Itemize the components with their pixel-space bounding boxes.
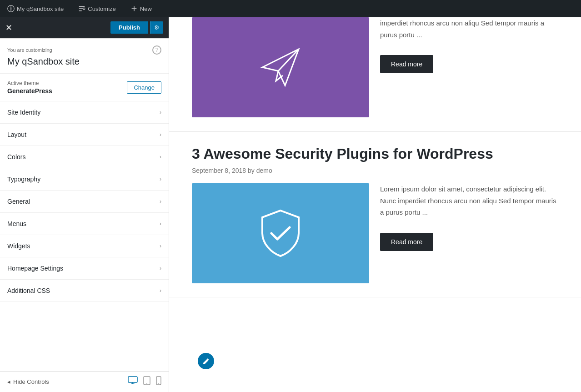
paper-plane-icon (253, 40, 308, 95)
post-excerpt-container-1: Lorem ipsum dolor sit amet, consectetur … (380, 183, 558, 251)
customize-icon (78, 5, 85, 12)
nav-items-list: Site Identity › Layout › Colors › Typogr… (0, 101, 169, 371)
partial-post-text: imperdiet rhoncus arcu non aliqu Sed tem… (380, 17, 558, 73)
nav-item-homepage-settings-label: Homepage Settings (7, 265, 63, 272)
partial-post-image (192, 17, 369, 117)
customizer-sidebar: ✕ Publish ⚙ You are customizing ? My qSa… (0, 17, 169, 392)
post-image-1 (192, 183, 369, 283)
change-theme-button[interactable]: Change (127, 81, 161, 94)
theme-name: GeneratePress (7, 87, 52, 95)
nav-item-widgets[interactable]: Widgets › (0, 235, 169, 257)
partial-post: imperdiet rhoncus arcu non aliqu Sed tem… (169, 17, 581, 131)
customizer-footer: ◂ Hide Controls (0, 371, 169, 392)
chevron-right-icon: › (160, 131, 161, 138)
preview-content: imperdiet rhoncus arcu non aliqu Sed tem… (169, 17, 581, 392)
publish-button[interactable]: Publish (110, 21, 148, 34)
publish-settings-button[interactable]: ⚙ (150, 21, 163, 34)
partial-post-excerpt: imperdiet rhoncus arcu non aliqu Sed tem… (380, 17, 558, 40)
admin-bar-new[interactable]: New (127, 3, 155, 14)
chevron-right-icon: › (160, 198, 161, 205)
nav-item-site-identity-label: Site Identity (7, 109, 40, 116)
tablet-icon[interactable] (143, 376, 150, 387)
nav-item-menus-label: Menus (7, 220, 26, 227)
nav-item-additional-css[interactable]: Additional CSS › (0, 280, 169, 302)
partial-post-body: imperdiet rhoncus arcu non aliqu Sed tem… (192, 17, 558, 117)
svg-point-6 (158, 383, 159, 384)
site-name: My qSandbox site (7, 56, 161, 67)
admin-bar-new-label: New (140, 5, 152, 12)
svg-point-4 (146, 383, 147, 384)
blog-post-1: 3 Awesome Security Plugins for WordPress… (169, 132, 581, 297)
nav-item-general-label: General (7, 198, 30, 205)
nav-item-layout[interactable]: Layout › (0, 124, 169, 146)
device-icons (128, 376, 161, 387)
edit-pencil-button[interactable] (198, 353, 214, 369)
customizer-info: You are customizing ? My qSandbox site (0, 39, 169, 74)
customizer-close-button[interactable]: ✕ (5, 24, 12, 32)
admin-bar-site-label: My qSandbox site (17, 5, 64, 12)
nav-item-colors-label: Colors (7, 153, 25, 161)
admin-bar-my-site[interactable]: My qSandbox site (4, 3, 67, 14)
svg-rect-2 (128, 377, 137, 382)
site-icon (7, 5, 15, 12)
chevron-right-icon: › (160, 176, 161, 182)
admin-bar-customize-label: Customize (88, 5, 115, 12)
nav-item-additional-css-label: Additional CSS (7, 287, 50, 294)
customizing-text: You are customizing (7, 47, 52, 53)
mobile-icon[interactable] (156, 376, 161, 387)
customizer-header: ✕ Publish ⚙ (0, 17, 169, 38)
pencil-icon (202, 357, 210, 365)
chevron-right-icon: › (160, 154, 161, 160)
chevron-right-icon: › (160, 243, 161, 249)
post-body-1: Lorem ipsum dolor sit amet, consectetur … (192, 183, 558, 283)
plus-icon (130, 5, 138, 12)
chevron-right-icon: › (160, 109, 161, 116)
active-theme-info: Active theme GeneratePress (7, 80, 52, 95)
nav-item-general[interactable]: General › (0, 191, 169, 213)
hide-controls-button[interactable]: ◂ Hide Controls (7, 378, 49, 385)
admin-bar: My qSandbox site Customize New (0, 0, 581, 17)
customizing-label-row: You are customizing ? (7, 45, 161, 55)
preview-area: imperdiet rhoncus arcu non aliqu Sed tem… (169, 17, 581, 392)
publish-buttons: Publish ⚙ (110, 21, 163, 34)
partial-post-read-more[interactable]: Read more (380, 55, 433, 73)
chevron-right-icon: › (160, 287, 161, 294)
help-button[interactable]: ? (152, 45, 161, 55)
hide-controls-label: Hide Controls (13, 378, 49, 385)
nav-item-colors[interactable]: Colors › (0, 146, 169, 168)
main-layout: ✕ Publish ⚙ You are customizing ? My qSa… (0, 17, 581, 392)
desktop-icon[interactable] (128, 376, 138, 387)
nav-item-widgets-label: Widgets (7, 242, 30, 250)
hide-controls-arrow: ◂ (7, 378, 10, 385)
active-theme-section: Active theme GeneratePress Change (0, 74, 169, 101)
post-meta-1: September 8, 2018 by demo (192, 167, 558, 174)
active-theme-label: Active theme (7, 80, 52, 86)
chevron-right-icon: › (160, 221, 161, 227)
read-more-button-1[interactable]: Read more (380, 233, 433, 251)
nav-item-layout-label: Layout (7, 131, 26, 138)
shield-icon (251, 204, 310, 263)
admin-bar-customize[interactable]: Customize (75, 3, 119, 14)
nav-item-site-identity[interactable]: Site Identity › (0, 101, 169, 124)
nav-item-homepage-settings[interactable]: Homepage Settings › (0, 257, 169, 280)
nav-item-menus[interactable]: Menus › (0, 213, 169, 235)
nav-item-typography-label: Typography (7, 176, 40, 183)
post-excerpt-1: Lorem ipsum dolor sit amet, consectetur … (380, 183, 558, 218)
svg-point-1 (83, 8, 85, 10)
chevron-right-icon: › (160, 265, 161, 271)
nav-item-typography[interactable]: Typography › (0, 168, 169, 191)
post-title-1: 3 Awesome Security Plugins for WordPress (192, 146, 558, 162)
